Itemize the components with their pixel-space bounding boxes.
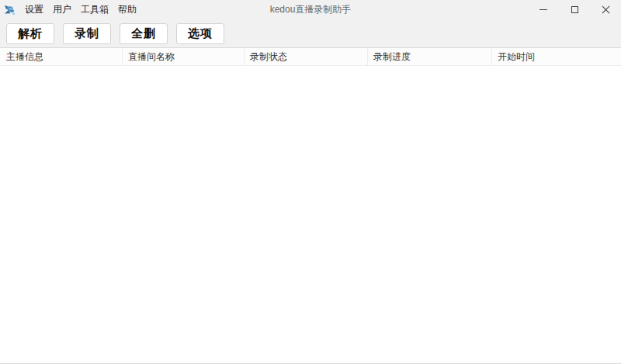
list-body-empty [0, 66, 621, 363]
menu-item-settings[interactable]: 设置 [20, 0, 48, 19]
menu-item-user[interactable]: 用户 [48, 0, 76, 19]
window-controls [528, 0, 621, 19]
maximize-icon [571, 6, 578, 13]
menu-item-help[interactable]: 帮助 [113, 0, 141, 19]
parse-button[interactable]: 解析 [6, 23, 54, 44]
app-logo-icon [4, 4, 16, 16]
column-header-start-time[interactable]: 开始时间 [491, 48, 621, 65]
stream-list: 主播信息 直播间名称 录制状态 录制进度 开始时间 [0, 48, 621, 363]
menu-item-toolbox[interactable]: 工具箱 [76, 0, 113, 19]
titlebar: 设置 用户 工具箱 帮助 kedou直播录制助手 [0, 0, 621, 19]
maximize-button[interactable] [559, 0, 590, 19]
close-button[interactable] [590, 0, 621, 19]
list-header-row: 主播信息 直播间名称 录制状态 录制进度 开始时间 [0, 48, 621, 66]
column-header-room-name[interactable]: 直播间名称 [122, 48, 244, 65]
options-button[interactable]: 选项 [176, 23, 224, 44]
delete-all-button[interactable]: 全删 [120, 23, 168, 44]
minimize-icon [539, 9, 547, 10]
record-button[interactable]: 录制 [63, 23, 111, 44]
close-icon [602, 5, 610, 14]
toolbar: 解析 录制 全删 选项 [0, 19, 621, 48]
menubar: 设置 用户 工具箱 帮助 [20, 0, 141, 19]
column-header-streamer-info[interactable]: 主播信息 [0, 48, 122, 65]
app-window: 设置 用户 工具箱 帮助 kedou直播录制助手 解析 录制 全删 选项 主播信… [0, 0, 621, 364]
column-header-record-progress[interactable]: 录制进度 [367, 48, 491, 65]
column-header-record-status[interactable]: 录制状态 [244, 48, 367, 65]
minimize-button[interactable] [528, 0, 559, 19]
